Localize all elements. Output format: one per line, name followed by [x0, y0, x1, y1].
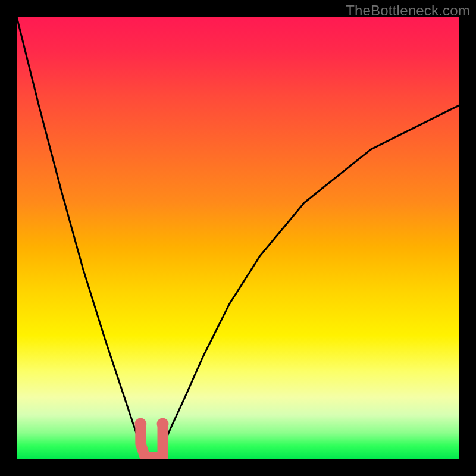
chart-frame: TheBottleneck.com [0, 0, 476, 476]
marker-dot-left [134, 418, 146, 430]
marker-dot-right [157, 418, 169, 430]
optimal-range-marker [17, 17, 459, 459]
watermark-label: TheBottleneck.com [346, 2, 470, 19]
plot-area [17, 17, 459, 459]
marker-path [140, 426, 162, 457]
